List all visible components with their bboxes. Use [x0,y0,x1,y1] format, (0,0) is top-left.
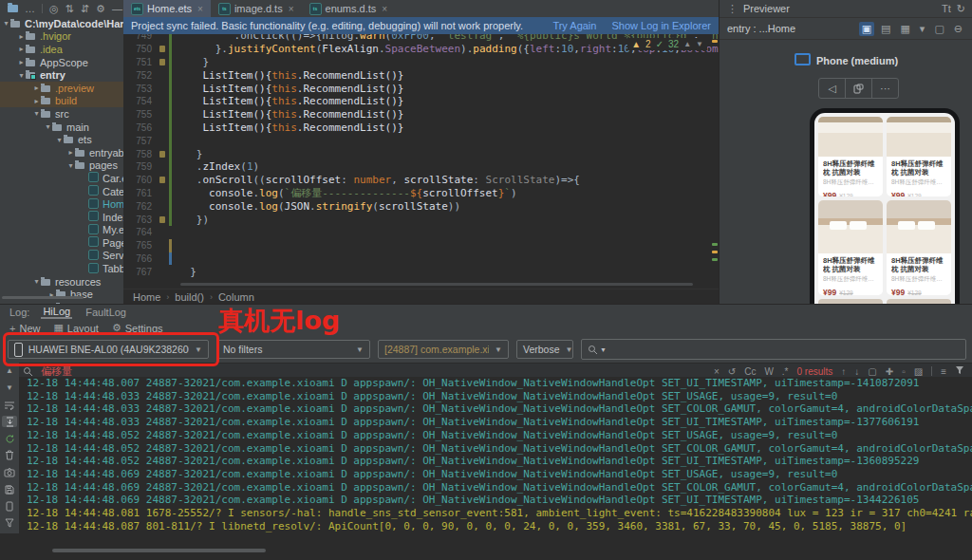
tree-arrow-icon[interactable]: ▾ [17,71,26,80]
export-icon[interactable]: ▨ [914,366,923,377]
tree-arrow-icon[interactable]: ▾ [66,161,75,170]
tree-item-base[interactable]: ▸base [0,288,123,301]
tree-arrow-icon[interactable]: ▾ [44,122,52,131]
log-filter-input[interactable] [39,364,441,378]
inspection-widget[interactable]: ▲ 2 ✓ 32 ▲ ▼ [627,38,707,50]
product-card[interactable]: 8H释压舒弹纤维枕 抗菌对装8H释压舒弹纤维枕 抗菌...¥99¥129 [818,117,883,196]
search-history-icon[interactable]: ↺ [728,366,736,377]
funnel-icon[interactable] [955,365,964,377]
product-card[interactable]: 8H释压舒弹纤维枕 抗菌对装8H释压舒弹纤维枕 抗菌...¥99¥129 [887,117,951,196]
frame-icon[interactable]: ▢ [931,22,946,36]
tree-item-build[interactable]: ▸build [0,95,123,108]
regex-toggle[interactable]: .* [782,366,789,377]
rotate-button[interactable] [846,79,872,98]
tree-arrow-icon[interactable]: ▾ [2,19,10,28]
tree-settings-icon[interactable]: ⚙ [96,0,105,17]
scroll-to-end-icon[interactable] [2,416,17,427]
tree-arrow-icon[interactable]: ▸ [17,45,26,53]
tree-arrow-icon[interactable]: ▸ [17,32,26,41]
tree-arrow-icon[interactable]: ▾ [32,277,41,286]
tree-item-Homeets[interactable]: Home.ets [0,197,123,211]
tree-arrow-icon[interactable]: ▾ [32,109,41,118]
save-log-icon[interactable] [2,484,17,495]
tree-item-Carets[interactable]: Car.ets [0,172,123,185]
tab-enums.d.ts[interactable]: tsenums.d.ts× [302,0,396,17]
words-toggle[interactable]: W [764,366,773,377]
select-all-icon[interactable]: ▢ [868,366,876,377]
next-issue-icon[interactable]: ▼ [696,40,703,48]
clear-search-icon[interactable]: × [714,366,720,377]
inspector-icon[interactable]: ▣ [859,22,874,36]
chevron-down-icon[interactable]: ▾ [917,22,928,36]
clear-log-icon[interactable] [2,450,17,461]
close-icon[interactable]: × [382,4,387,14]
process-dropdown[interactable]: [24887] com.example.xioami ▼ [378,340,509,359]
layers-icon[interactable]: ▤ [878,22,893,36]
product-card[interactable]: 8H释压舒弹纤维枕 抗菌对装8H释压舒弹纤维枕 抗菌...¥99¥129 [887,200,951,295]
close-icon[interactable]: × [197,4,203,14]
tree-arrow-icon[interactable]: ▸ [32,84,41,92]
tree-item-Indexets[interactable]: Index.ets [0,211,123,224]
restart-icon[interactable] [2,433,17,444]
editor-error-stripe[interactable] [710,17,719,289]
log-search-field[interactable]: ▼ [581,339,966,360]
tree-item-entryability[interactable]: ▸entryability [0,146,123,159]
tree-item-ets[interactable]: ▾ets [0,133,123,146]
tree-arrow-icon[interactable]: ▸ [17,58,26,66]
zoom-out-icon[interactable]: ⊖ [951,22,965,36]
tree-arrow-icon[interactable]: ▸ [32,97,41,105]
tree-item-CmyDatacodeHarmo[interactable]: ▾C:\myData\code\Harmo [0,17,123,30]
more-icon[interactable]: … [25,0,35,17]
tree-item-pages[interactable]: ▾pages [0,159,123,173]
tree-arrow-icon[interactable]: ▾ [55,136,64,144]
collapse-all-icon[interactable]: ⇵ [81,0,89,17]
tab-Home.ets[interactable]: etsHome.ets× [123,0,211,17]
code-editor[interactable]: 749 .onClick(()=>{hilog.warn(0xFF00, "te… [123,17,719,289]
close-icon[interactable]: × [289,4,294,14]
log-output[interactable]: 12-18 14:44:48.007 24887-32021/com.examp… [19,377,972,533]
collapse-down-icon[interactable]: ▼ [2,383,17,394]
tab-image.d.ts[interactable]: tsimage.d.ts× [211,0,302,17]
tree-item-idea[interactable]: ▸.idea [0,43,123,56]
log-h-scrollbar[interactable] [52,549,266,552]
tree-item-hvigor[interactable]: ▸.hvigor [0,30,123,44]
match-case-toggle[interactable]: Cc [744,366,756,377]
next-match-icon[interactable]: ↓ [854,366,859,377]
tree-item-Tabberets[interactable]: Tabber.ets [0,262,123,275]
pin-icon[interactable]: ✚ [886,366,893,377]
device-icon[interactable] [2,501,17,513]
soft-wrap-icon[interactable] [2,400,17,411]
text-size-icon[interactable]: Tt [942,0,951,17]
filter-icon[interactable] [2,517,17,529]
tree-arrow-icon[interactable]: ▸ [66,148,75,157]
try-again-link[interactable]: Try Again [552,20,596,31]
tree-h-scrollbar[interactable] [2,296,84,299]
show-log-link[interactable]: Show Log in Explorer [611,20,711,31]
tab-FaultLog[interactable]: FaultLog [84,307,128,318]
hide-panel-icon[interactable]: — [112,0,122,17]
breadcrumb-item[interactable]: Column [218,291,254,303]
product-card[interactable]: 8H释压舒弹纤维枕 抗菌对装8H释压舒弹纤维枕 抗菌...¥99¥129 [818,200,883,295]
tree-item-Myets[interactable]: My.ets [0,224,123,237]
tab-pin-icon[interactable]: ▫ [902,366,906,377]
tree-item-Categoryets[interactable]: Category.ets [0,185,123,198]
back-button[interactable]: ◁ [819,79,846,98]
breadcrumb-item[interactable]: build() [175,291,204,303]
project-folder-icon[interactable] [8,5,18,12]
tree-item-entry[interactable]: ▾entry [0,68,123,82]
tree-item-Pageets[interactable]: Page.ets [0,236,123,250]
grid-view-icon[interactable]: ▦ [897,22,912,36]
filters-dropdown[interactable]: No filters ▼ [216,340,370,359]
screenshot-icon[interactable] [2,467,17,478]
prev-match-icon[interactable]: ↑ [841,366,846,377]
refresh-icon[interactable]: ↻ [957,0,965,17]
tree-item-resources[interactable]: ▾resources [0,275,123,289]
tree-item-preview[interactable]: ▸.preview [0,82,123,95]
tree-item-main[interactable]: ▾main [0,121,123,134]
expand-all-icon[interactable]: ⇅ [65,0,74,17]
tree-item-src[interactable]: ▾src [0,107,123,121]
tree-item-AppScope[interactable]: ▸AppScope [0,56,123,69]
locate-file-icon[interactable]: ◎ [49,0,59,17]
phone-screen[interactable]: 8H释压舒弹纤维枕 抗菌对装8H释压舒弹纤维枕 抗菌...¥99¥1298H释压… [814,113,955,304]
tab-HiLog[interactable]: HiLog [41,306,72,319]
